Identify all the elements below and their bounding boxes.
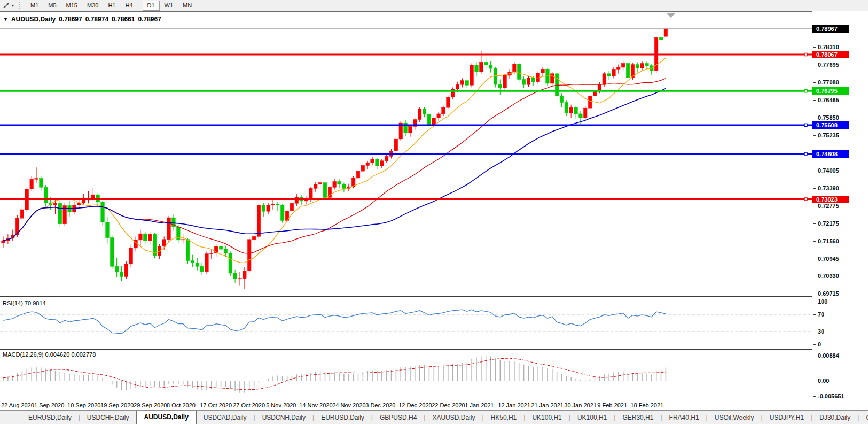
chart-shift-marker-icon[interactable] bbox=[667, 13, 675, 18]
date-label: 8 Oct 2020 bbox=[167, 402, 196, 408]
price-line-badge: 0.76795 bbox=[812, 87, 849, 95]
timeframe-button-m1[interactable]: M1 bbox=[26, 1, 43, 11]
macd-tick-label: -0.005651 bbox=[812, 393, 844, 400]
date-label: 22 Dec 2020 bbox=[432, 402, 465, 408]
price-axis[interactable]: 0.783100.776950.770800.764650.758500.752… bbox=[812, 11, 868, 410]
timeframe-button-w1[interactable]: W1 bbox=[160, 1, 178, 11]
tab-usdcad-daily[interactable]: USDCAD,Daily bbox=[197, 412, 254, 424]
date-label: 24 Nov 2020 bbox=[332, 402, 365, 408]
date-label: 12 Dec 2020 bbox=[398, 402, 432, 408]
rsi-tick-label: 70 bbox=[812, 311, 824, 318]
tab-usdchf-daily[interactable]: USDCHF,Daily bbox=[80, 412, 136, 424]
ma-fast-line bbox=[3, 58, 666, 263]
price-tick-label: 0.71560 bbox=[812, 238, 839, 245]
price-line-badge: 0.78067 bbox=[812, 51, 849, 58]
price-tick-label: 0.72175 bbox=[812, 220, 839, 227]
tab-ger30-h1[interactable]: GER30,H1 bbox=[615, 412, 660, 424]
ohlc-close: 0.78967 bbox=[138, 16, 161, 23]
price-tick-label: 0.75235 bbox=[812, 132, 839, 139]
price-line-badge: 0.75608 bbox=[812, 121, 849, 129]
chart-title: ▼ AUDUSD,Daily 0.78697 0.78974 0.78661 0… bbox=[3, 16, 161, 23]
date-label: 30 Jan 2021 bbox=[564, 402, 597, 408]
ohlc-open: 0.78697 bbox=[59, 16, 82, 23]
rsi-plot[interactable] bbox=[0, 298, 812, 348]
cursor-tool-icon bbox=[2, 1, 11, 10]
timeframe-button-m15[interactable]: M15 bbox=[61, 1, 82, 11]
price-tick-label: 0.70945 bbox=[812, 256, 839, 263]
price-tick-label: 0.77080 bbox=[812, 79, 839, 86]
date-label: 9 Feb 2021 bbox=[597, 402, 627, 408]
candlestick-plot[interactable] bbox=[0, 12, 812, 296]
tab-audusd-daily[interactable]: AUDUSD,Daily bbox=[136, 411, 197, 424]
rsi-indicator-pane[interactable]: RSI(14) 70.9814 bbox=[0, 298, 812, 348]
macd-histogram bbox=[3, 356, 666, 392]
timeframe-button-m30[interactable]: M30 bbox=[82, 1, 103, 11]
date-label: 1 Sep 2020 bbox=[34, 402, 64, 408]
cursor-tool-button[interactable]: ▾ bbox=[0, 1, 15, 10]
tab-xauusd-daily[interactable]: XAUUSD,Daily bbox=[425, 412, 482, 424]
macd-label: MACD(12,26,9) 0.004620 0.002778 bbox=[3, 351, 96, 358]
date-label: 1 Jan 2021 bbox=[465, 402, 494, 408]
chart-window: ▼ AUDUSD,Daily 0.78697 0.78974 0.78661 0… bbox=[0, 11, 868, 410]
price-tick-label: 0.73390 bbox=[812, 185, 839, 192]
macd-indicator-pane[interactable]: MACD(12,26,9) 0.004620 0.002778 bbox=[0, 350, 812, 400]
timeframe-button-d1[interactable]: D1 bbox=[143, 1, 160, 11]
tab-gbpusd-h4[interactable]: GBPUSD,H4 bbox=[373, 412, 424, 424]
macd-tick-label: 0.00 bbox=[812, 377, 829, 384]
date-label: 27 Oct 2020 bbox=[233, 402, 265, 408]
date-label: 22 Aug 2020 bbox=[1, 402, 34, 408]
chart-title-arrow-icon[interactable]: ▼ bbox=[3, 17, 8, 22]
tab-eurusd-daily[interactable]: EURUSD,Daily bbox=[21, 412, 79, 424]
date-axis[interactable]: 22 Aug 20201 Sep 202010 Sep 202019 Sep 2… bbox=[0, 400, 812, 410]
price-tick-label: 0.77695 bbox=[812, 61, 839, 68]
timeframe-button-group: M1M5M15M30H1H4D1W1MN bbox=[26, 1, 197, 11]
price-tick-label: 0.78310 bbox=[812, 44, 839, 51]
timeframe-button-h1[interactable]: H1 bbox=[103, 1, 120, 11]
rsi-line bbox=[3, 310, 666, 334]
tab-hk50-h1[interactable]: HK50,H1 bbox=[484, 412, 524, 424]
tab-uk100-h1[interactable]: UK100,H1 bbox=[570, 412, 614, 424]
price-tick-label: 0.75850 bbox=[812, 114, 839, 121]
tab-uk100-h1[interactable]: UK100,H1 bbox=[525, 412, 568, 424]
date-label: 3 Dec 2020 bbox=[365, 402, 395, 408]
tab-usoil-weekly[interactable]: USOil,Weekly bbox=[708, 412, 761, 424]
rsi-label: RSI(14) 70.9814 bbox=[3, 300, 46, 306]
tab-usdcnh-daily[interactable]: USDCNH,Daily bbox=[255, 412, 312, 424]
toolbar-grip bbox=[19, 2, 22, 9]
price-tick-label: 0.70330 bbox=[812, 273, 839, 280]
rsi-tick-label: 30 bbox=[812, 328, 824, 335]
macd-tick-label: 0.00884 bbox=[812, 352, 839, 359]
tab-eurusd-daily[interactable]: EURUSD,Daily bbox=[314, 412, 371, 424]
date-label: 10 Sep 2020 bbox=[67, 402, 100, 408]
price-line-badge: 0.78967 bbox=[812, 25, 849, 33]
date-label: 17 Oct 2020 bbox=[200, 402, 232, 408]
chart-symbol-label: AUDUSD,Daily bbox=[11, 16, 56, 23]
tab-china300-h1[interactable]: CHINA300,H1 bbox=[859, 412, 868, 424]
date-label: 21 Jan 2021 bbox=[531, 402, 564, 408]
ohlc-high: 0.78974 bbox=[85, 16, 108, 23]
toolbar-separator bbox=[140, 1, 140, 10]
date-label: 29 Sep 2020 bbox=[134, 402, 167, 408]
rsi-tick-label: 100 bbox=[812, 298, 827, 305]
timeframe-button-mn[interactable]: MN bbox=[178, 1, 197, 11]
tab-fra40-h1[interactable]: FRA40,H1 bbox=[662, 412, 706, 424]
tab-dj30-daily[interactable]: DJ30,Daily bbox=[812, 412, 857, 424]
price-tick-label: 0.69715 bbox=[812, 290, 839, 297]
top-toolbar: ▾ M1M5M15M30H1H4D1W1MN bbox=[0, 0, 868, 11]
candles-group bbox=[2, 28, 668, 289]
date-label: 19 Sep 2020 bbox=[100, 402, 134, 408]
timeframe-button-m5[interactable]: M5 bbox=[43, 1, 61, 11]
price-line-badge: 0.74608 bbox=[812, 150, 849, 158]
main-chart-pane[interactable]: ▼ AUDUSD,Daily 0.78697 0.78974 0.78661 0… bbox=[0, 12, 812, 296]
date-label: 5 Nov 2020 bbox=[266, 402, 296, 408]
date-label: 18 Feb 2021 bbox=[630, 402, 663, 408]
timeframe-button-h4[interactable]: H4 bbox=[120, 1, 137, 11]
chart-tab-bar: EURUSD,Daily|USDCHF,DailyAUDUSD,DailyUSD… bbox=[0, 410, 868, 424]
price-tick-label: 0.74005 bbox=[812, 167, 839, 174]
chevron-down-icon[interactable]: ▾ bbox=[12, 3, 14, 8]
ohlc-low: 0.78661 bbox=[112, 16, 135, 23]
date-label: 14 Nov 2020 bbox=[299, 402, 332, 408]
macd-plot[interactable] bbox=[0, 350, 812, 400]
tab-usdjpy-h1[interactable]: USDJPY,H1 bbox=[763, 412, 811, 424]
price-tick-label: 0.72775 bbox=[812, 203, 839, 210]
